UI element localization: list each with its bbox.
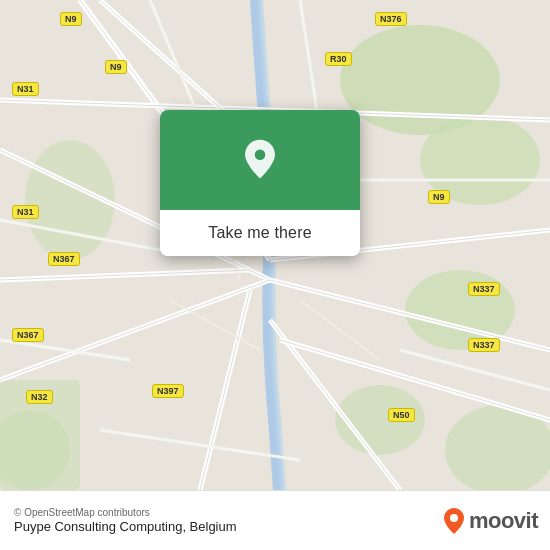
- bottom-left-info: © OpenStreetMap contributors Puype Consu…: [14, 507, 237, 534]
- road-badge-r30: R30: [325, 52, 352, 66]
- take-me-there-button[interactable]: Take me there: [160, 210, 360, 256]
- road-badge-n337-upper: N337: [468, 282, 500, 296]
- location-label: Puype Consulting Computing, Belgium: [14, 519, 237, 534]
- road-badge-n32: N32: [26, 390, 53, 404]
- road-badge-n31-upper: N31: [12, 82, 39, 96]
- popup-header: [160, 110, 360, 210]
- road-badge-n337-lower: N337: [468, 338, 500, 352]
- road-badge-n367-lower: N367: [12, 328, 44, 342]
- moovit-pin-icon: [443, 507, 465, 535]
- bottom-bar: © OpenStreetMap contributors Puype Consu…: [0, 490, 550, 550]
- moovit-wordmark: moovit: [469, 508, 538, 534]
- road-badge-n397: N397: [152, 384, 184, 398]
- location-pin-icon: [238, 138, 282, 182]
- road-badge-n9-mid: N9: [428, 190, 450, 204]
- road-badge-n376: N376: [375, 12, 407, 26]
- road-badge-n9-upper: N9: [105, 60, 127, 74]
- road-badge-n31-mid: N31: [12, 205, 39, 219]
- svg-point-44: [450, 514, 458, 522]
- road-badge-n9-tl: N9: [60, 12, 82, 26]
- svg-point-43: [255, 149, 266, 160]
- map-container[interactable]: N9 N376 N9 R30 N31 N9 N31 N367 N367 N337…: [0, 0, 550, 490]
- road-badge-n367-l: N367: [48, 252, 80, 266]
- road-badge-n50: N50: [388, 408, 415, 422]
- attribution-text: © OpenStreetMap contributors: [14, 507, 237, 518]
- location-popup: Take me there: [160, 110, 360, 256]
- moovit-logo[interactable]: moovit: [443, 507, 538, 535]
